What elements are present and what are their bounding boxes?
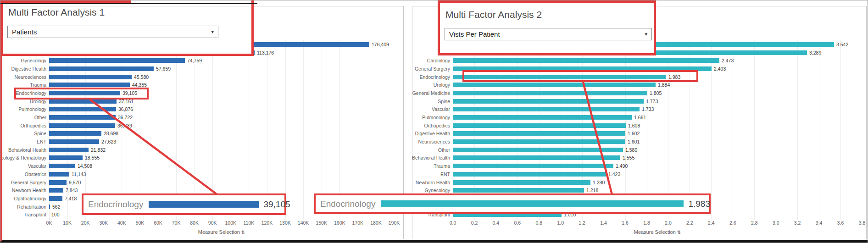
value-label: 1.555 bbox=[623, 155, 634, 160]
measure-dropdown-1[interactable]: Patients ▾ bbox=[7, 26, 218, 38]
axis-tick: 20K bbox=[81, 220, 90, 226]
value-label: 45,580 bbox=[134, 74, 149, 80]
axis-tick: 2.0 bbox=[665, 220, 672, 226]
axis-tick: 160K bbox=[334, 220, 345, 226]
bar[interactable] bbox=[453, 115, 632, 120]
chart-row: Urology1.884 bbox=[412, 81, 864, 89]
chart-row: Digestive Health57,659 bbox=[4, 65, 401, 73]
chevron-down-icon: ▾ bbox=[211, 29, 214, 35]
bar[interactable] bbox=[453, 58, 719, 63]
category-label: Digestive Health bbox=[412, 131, 450, 136]
value-label: 2.403 bbox=[714, 66, 726, 72]
chart-row: General Medicine1.805 bbox=[412, 89, 864, 97]
bar[interactable] bbox=[49, 196, 62, 201]
bar[interactable] bbox=[49, 115, 116, 120]
annotation-box-endocrinology-1 bbox=[14, 88, 149, 99]
category-label: Endocrinology bbox=[412, 74, 450, 80]
value-label: 176,409 bbox=[372, 42, 389, 47]
bar[interactable] bbox=[49, 58, 185, 63]
category-label: General Medicine bbox=[412, 90, 450, 96]
value-label: 1.773 bbox=[646, 99, 658, 104]
bar[interactable] bbox=[49, 99, 117, 104]
chart-row: Neurosciences1.601 bbox=[412, 138, 864, 146]
bar[interactable] bbox=[49, 75, 132, 79]
category-label: Other bbox=[4, 115, 46, 120]
axis-tick: 60K bbox=[154, 220, 162, 226]
axis-tick: 3.2 bbox=[794, 220, 801, 226]
bar[interactable] bbox=[453, 83, 656, 87]
bar[interactable] bbox=[453, 99, 644, 104]
axis-tick: 30K bbox=[99, 220, 108, 226]
category-label: Other bbox=[412, 147, 450, 153]
axis-tick: 1.0 bbox=[557, 220, 564, 226]
value-label: 2.473 bbox=[722, 58, 734, 63]
bar[interactable] bbox=[453, 148, 623, 152]
bar[interactable] bbox=[453, 180, 590, 185]
axis-tick: 50K bbox=[136, 220, 145, 226]
bar[interactable] bbox=[453, 172, 606, 177]
value-label: 1.423 bbox=[608, 171, 620, 177]
axis-tick: 1.8 bbox=[643, 220, 650, 226]
axis-tick: 3.0 bbox=[773, 220, 779, 226]
value-label: 44,355 bbox=[132, 82, 147, 88]
measure-dropdown-2[interactable]: Vists Per Patient ▾ bbox=[445, 28, 652, 40]
value-label: 1.580 bbox=[625, 147, 637, 153]
bar[interactable] bbox=[453, 155, 620, 160]
bar[interactable] bbox=[49, 148, 89, 152]
category-label: ENT bbox=[412, 171, 450, 177]
sort-icon[interactable]: ⇅ bbox=[677, 230, 681, 235]
value-label: 1.608 bbox=[628, 123, 640, 128]
bar[interactable] bbox=[453, 91, 647, 95]
axis-tick: 90K bbox=[208, 220, 217, 226]
value-label: 36,339 bbox=[117, 123, 132, 128]
axis-tick: 130K bbox=[279, 220, 291, 226]
category-label: Newborn Health bbox=[4, 188, 46, 193]
bar[interactable] bbox=[453, 139, 625, 144]
bar[interactable] bbox=[453, 188, 584, 193]
value-label: 1.218 bbox=[586, 188, 598, 193]
value-label: 7,843 bbox=[66, 188, 78, 193]
bar[interactable] bbox=[453, 164, 613, 168]
bar[interactable] bbox=[49, 131, 101, 136]
chart-row: Trauma1.490 bbox=[412, 162, 864, 170]
bar[interactable] bbox=[49, 164, 75, 168]
value-label: 1.280 bbox=[593, 180, 605, 185]
bar[interactable] bbox=[49, 155, 83, 160]
bar[interactable] bbox=[49, 139, 99, 144]
category-label: Oncology & Hematology bbox=[4, 155, 46, 160]
bar[interactable] bbox=[49, 83, 130, 87]
sort-icon[interactable]: ⇅ bbox=[241, 230, 245, 235]
value-label: 11,143 bbox=[72, 171, 86, 177]
measure-dropdown-2-value: Vists Per Patient bbox=[449, 30, 500, 38]
chart-row: Digestive Health1.602 bbox=[412, 130, 864, 138]
axis-tick: 0.8 bbox=[535, 220, 542, 226]
axis-tick: 0.0 bbox=[450, 220, 456, 226]
bar[interactable] bbox=[49, 66, 154, 71]
category-label: Gynecology bbox=[412, 188, 450, 193]
bar[interactable] bbox=[49, 188, 63, 193]
bar[interactable] bbox=[49, 123, 115, 128]
chart-row: Other36,722 bbox=[4, 113, 401, 122]
value-label: 18,555 bbox=[85, 155, 100, 160]
x-axis-title-text: Measure Selection bbox=[198, 229, 240, 235]
chart-row: Pulmonology36,876 bbox=[4, 105, 401, 114]
chart-row: Cardiology2.473 bbox=[412, 56, 864, 65]
axis-tick: 0.6 bbox=[514, 220, 521, 226]
annotation-box-title-1: Multi Factor Analysis 1 Patients ▾ bbox=[0, 0, 254, 56]
bottom-border bbox=[0, 240, 868, 243]
bar[interactable] bbox=[49, 172, 69, 177]
value-label: 36,876 bbox=[118, 106, 133, 112]
bar[interactable] bbox=[49, 180, 67, 185]
category-label: Urology bbox=[412, 82, 450, 88]
bar[interactable] bbox=[453, 131, 625, 136]
annotation-box-endocrinology-2 bbox=[462, 70, 698, 82]
category-label: Orthopedics bbox=[412, 123, 450, 128]
bar[interactable] bbox=[49, 107, 116, 111]
bar[interactable] bbox=[453, 107, 640, 111]
axis-tick: 0K bbox=[46, 220, 52, 226]
value-label: 1.602 bbox=[628, 131, 640, 136]
bar[interactable] bbox=[453, 123, 626, 128]
value-label: 1.490 bbox=[616, 163, 628, 169]
bar[interactable] bbox=[49, 204, 50, 209]
value-label: 21,832 bbox=[91, 147, 106, 153]
